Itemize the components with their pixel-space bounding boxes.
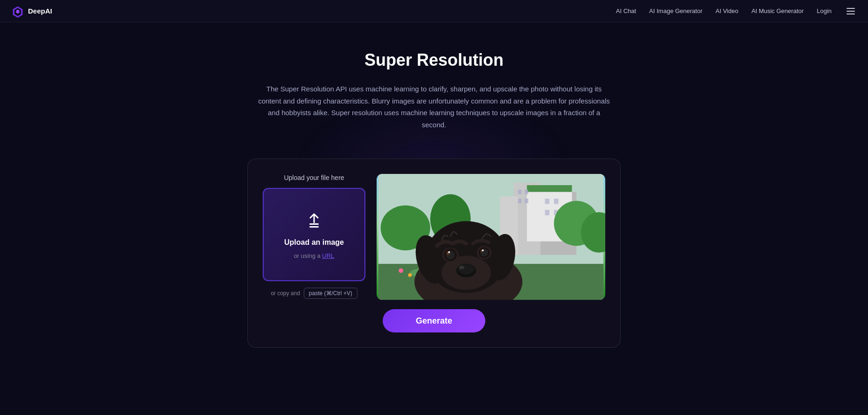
- upload-url-text: or using a URL: [294, 252, 335, 259]
- upload-icon: [303, 210, 325, 233]
- generate-button[interactable]: Generate: [383, 309, 485, 332]
- upload-container: Upload your file here Upload an image or…: [263, 174, 605, 300]
- svg-rect-9: [525, 190, 528, 194]
- upload-left-panel: Upload your file here Upload an image or…: [263, 174, 365, 299]
- upload-dropzone[interactable]: Upload an image or using a URL: [263, 188, 365, 281]
- brand-name-text: DeepAI: [28, 7, 52, 15]
- svg-point-35: [459, 266, 465, 270]
- dog-image-svg: [377, 174, 605, 300]
- paste-button[interactable]: paste (⌘/Ctrl +V): [304, 288, 357, 299]
- dog-image-preview: [377, 174, 605, 300]
- svg-rect-13: [554, 199, 559, 204]
- upload-url-link[interactable]: URL: [322, 252, 334, 259]
- page-description: The Super Resolution API uses machine le…: [257, 83, 611, 131]
- nav-login-link[interactable]: Login: [817, 7, 832, 14]
- svg-rect-7: [527, 185, 572, 192]
- svg-rect-14: [545, 210, 550, 215]
- svg-rect-10: [518, 199, 522, 203]
- svg-point-23: [399, 269, 403, 273]
- deepai-logo-icon: [11, 5, 24, 18]
- nav-link-ai-video[interactable]: AI Video: [715, 7, 738, 14]
- svg-point-24: [408, 273, 412, 277]
- navbar: DeepAI AI Chat AI Image Generator AI Vid…: [0, 0, 868, 22]
- brand-logo-area[interactable]: DeepAI: [11, 5, 52, 18]
- main-content: Super Resolution The Super Resolution AP…: [0, 22, 868, 348]
- nav-link-ai-image-generator[interactable]: AI Image Generator: [649, 7, 702, 14]
- upload-paste-row: or copy and paste (⌘/Ctrl +V): [271, 288, 357, 299]
- nav-link-ai-music-generator[interactable]: AI Music Generator: [751, 7, 804, 14]
- svg-point-40: [448, 251, 450, 253]
- svg-rect-0: [309, 223, 319, 225]
- paste-prefix-text: or copy and: [271, 290, 300, 297]
- svg-rect-11: [525, 199, 528, 203]
- svg-rect-1: [309, 226, 319, 228]
- image-preview-panel: [377, 174, 605, 300]
- upload-url-prefix: or using a: [294, 252, 322, 259]
- upload-section: Upload your file here Upload an image or…: [247, 159, 621, 348]
- svg-point-45: [482, 249, 484, 251]
- svg-point-34: [458, 264, 475, 274]
- svg-rect-12: [545, 199, 550, 204]
- svg-rect-8: [518, 190, 522, 194]
- upload-section-label: Upload your file here: [284, 174, 344, 181]
- nav-link-ai-chat[interactable]: AI Chat: [616, 7, 636, 14]
- upload-dropzone-text: Upload an image: [284, 238, 344, 247]
- page-title: Super Resolution: [9, 50, 859, 70]
- nav-links: AI Chat AI Image Generator AI Video AI M…: [616, 6, 857, 16]
- hamburger-menu-icon[interactable]: [845, 6, 857, 16]
